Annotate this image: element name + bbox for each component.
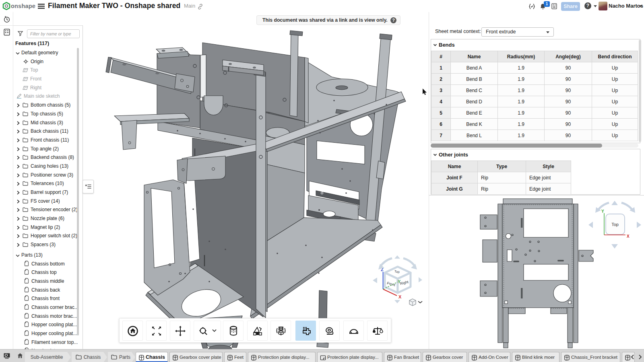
svg-text:Y: Y (398, 279, 401, 284)
svg-text:X: X (627, 234, 630, 239)
svg-text:Y: Y (601, 209, 604, 214)
svg-text:X: X (398, 294, 402, 299)
svg-text:Top: Top (611, 222, 619, 227)
svg-text:Top: Top (394, 269, 400, 274)
